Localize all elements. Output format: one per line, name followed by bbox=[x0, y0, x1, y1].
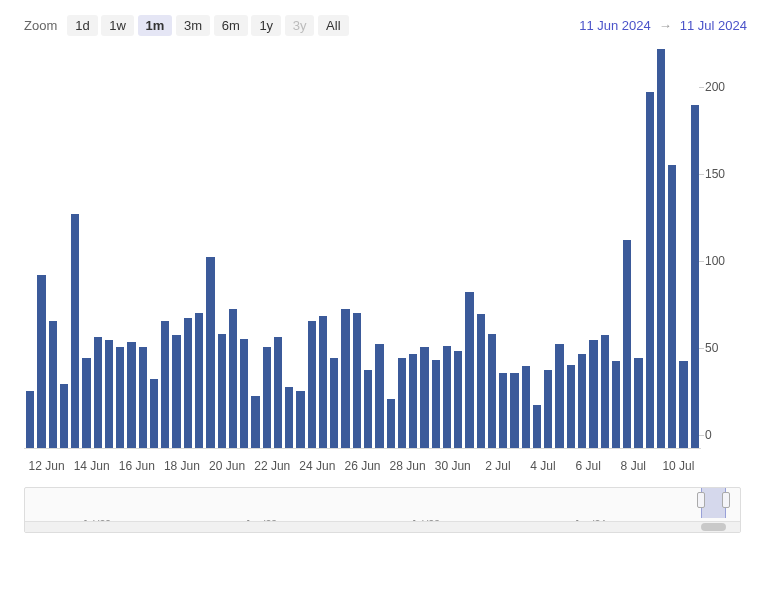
bar[interactable] bbox=[387, 399, 395, 448]
bar[interactable] bbox=[184, 318, 192, 448]
x-tick: 26 Jun bbox=[344, 459, 380, 473]
navigator[interactable]: Jul '22Jan '23Jul '23Jan '24 bbox=[24, 487, 741, 533]
bar[interactable] bbox=[657, 49, 665, 448]
bar[interactable] bbox=[285, 387, 293, 448]
x-tick: 30 Jun bbox=[435, 459, 471, 473]
bar[interactable] bbox=[555, 344, 563, 448]
bar[interactable] bbox=[477, 314, 485, 448]
bar[interactable] bbox=[691, 105, 699, 448]
bar[interactable] bbox=[319, 316, 327, 448]
bar[interactable] bbox=[240, 339, 248, 448]
x-tick: 28 Jun bbox=[390, 459, 426, 473]
y-axis: 050100150200 bbox=[705, 49, 741, 449]
bar[interactable] bbox=[646, 92, 654, 448]
bar[interactable] bbox=[150, 379, 158, 448]
date-range: 11 Jun 2024 → 11 Jul 2024 bbox=[579, 18, 747, 33]
bar[interactable] bbox=[229, 309, 237, 448]
navigator-scroll-thumb[interactable] bbox=[701, 523, 726, 531]
bar[interactable] bbox=[465, 292, 473, 448]
bar[interactable] bbox=[544, 370, 552, 448]
bar[interactable] bbox=[296, 391, 304, 448]
bar[interactable] bbox=[567, 365, 575, 448]
bar[interactable] bbox=[499, 373, 507, 448]
bar[interactable] bbox=[330, 358, 338, 448]
y-tick: 0 bbox=[705, 428, 712, 442]
bar[interactable] bbox=[443, 346, 451, 448]
bar[interactable] bbox=[623, 240, 631, 448]
bar[interactable] bbox=[522, 366, 530, 448]
arrow-icon: → bbox=[659, 18, 672, 33]
x-tick: 8 Jul bbox=[621, 459, 646, 473]
bar[interactable] bbox=[679, 361, 687, 448]
bar[interactable] bbox=[341, 309, 349, 448]
zoom-3m[interactable]: 3m bbox=[176, 15, 210, 36]
bar[interactable] bbox=[578, 354, 586, 448]
chart-area: 050100150200 12 Jun14 Jun16 Jun18 Jun20 … bbox=[24, 43, 741, 483]
bar[interactable] bbox=[420, 347, 428, 448]
x-tick: 16 Jun bbox=[119, 459, 155, 473]
bar[interactable] bbox=[488, 334, 496, 448]
bar[interactable] bbox=[274, 337, 282, 448]
x-tick: 12 Jun bbox=[29, 459, 65, 473]
x-tick: 4 Jul bbox=[530, 459, 555, 473]
zoom-label: Zoom bbox=[24, 18, 57, 33]
bar[interactable] bbox=[533, 405, 541, 448]
x-tick: 24 Jun bbox=[299, 459, 335, 473]
bar[interactable] bbox=[612, 361, 620, 448]
bar[interactable] bbox=[353, 313, 361, 448]
navigator-scrollbar[interactable] bbox=[25, 521, 740, 532]
x-tick: 6 Jul bbox=[575, 459, 600, 473]
bar[interactable] bbox=[251, 396, 259, 448]
y-tick: 150 bbox=[705, 167, 725, 181]
bar[interactable] bbox=[82, 358, 90, 448]
bar[interactable] bbox=[634, 358, 642, 448]
bar[interactable] bbox=[589, 340, 597, 448]
bar[interactable] bbox=[432, 360, 440, 448]
x-tick: 22 Jun bbox=[254, 459, 290, 473]
navigator-handle-left[interactable] bbox=[697, 492, 705, 508]
zoom-1w[interactable]: 1w bbox=[101, 15, 134, 36]
zoom-all[interactable]: All bbox=[318, 15, 348, 36]
bar[interactable] bbox=[116, 347, 124, 448]
bar[interactable] bbox=[195, 313, 203, 448]
bar[interactable] bbox=[398, 358, 406, 448]
bar[interactable] bbox=[308, 321, 316, 448]
zoom-1d[interactable]: 1d bbox=[67, 15, 97, 36]
bar[interactable] bbox=[161, 321, 169, 448]
date-from[interactable]: 11 Jun 2024 bbox=[579, 18, 651, 33]
zoom-1m[interactable]: 1m bbox=[138, 15, 173, 36]
bar[interactable] bbox=[206, 257, 214, 448]
date-to[interactable]: 11 Jul 2024 bbox=[680, 18, 747, 33]
bar[interactable] bbox=[601, 335, 609, 448]
bar[interactable] bbox=[375, 344, 383, 448]
bar[interactable] bbox=[409, 354, 417, 448]
x-tick: 14 Jun bbox=[74, 459, 110, 473]
bar[interactable] bbox=[49, 321, 57, 448]
x-tick: 10 Jul bbox=[662, 459, 694, 473]
bar[interactable] bbox=[172, 335, 180, 448]
x-tick: 20 Jun bbox=[209, 459, 245, 473]
bar[interactable] bbox=[94, 337, 102, 448]
bar[interactable] bbox=[454, 351, 462, 448]
bar[interactable] bbox=[26, 391, 34, 448]
zoom-controls: Zoom 1d 1w 1m 3m 6m 1y 3y All 11 Jun 202… bbox=[24, 18, 747, 33]
bar[interactable] bbox=[37, 275, 45, 448]
navigator-window[interactable] bbox=[701, 488, 726, 518]
bar[interactable] bbox=[510, 373, 518, 448]
x-axis: 12 Jun14 Jun16 Jun18 Jun20 Jun22 Jun24 J… bbox=[24, 453, 701, 483]
bar[interactable] bbox=[139, 347, 147, 448]
bar[interactable] bbox=[263, 347, 271, 448]
y-tick: 200 bbox=[705, 80, 725, 94]
bar[interactable] bbox=[60, 384, 68, 448]
bar[interactable] bbox=[127, 342, 135, 448]
zoom-3y: 3y bbox=[285, 15, 315, 36]
x-tick: 2 Jul bbox=[485, 459, 510, 473]
bar[interactable] bbox=[668, 165, 676, 448]
bar[interactable] bbox=[364, 370, 372, 448]
navigator-handle-right[interactable] bbox=[722, 492, 730, 508]
bar[interactable] bbox=[71, 214, 79, 448]
zoom-1y[interactable]: 1y bbox=[251, 15, 281, 36]
bar[interactable] bbox=[105, 340, 113, 448]
zoom-6m[interactable]: 6m bbox=[214, 15, 248, 36]
bar[interactable] bbox=[218, 334, 226, 448]
